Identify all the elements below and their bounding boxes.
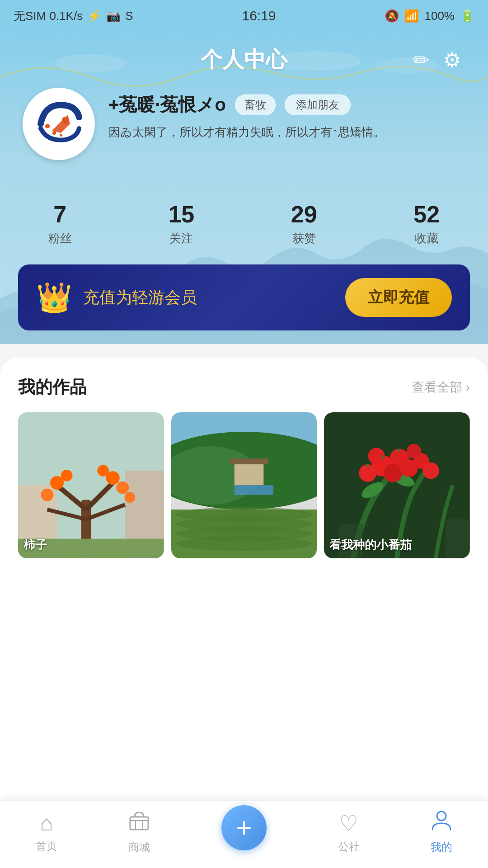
avatar[interactable]: [23, 88, 95, 160]
fans-label: 粉丝: [48, 231, 72, 246]
nav-shop-label: 商城: [128, 840, 150, 854]
svg-point-21: [97, 465, 109, 476]
stat-fans[interactable]: 7 粉丝: [48, 201, 72, 246]
battery-icon: 🔋: [460, 9, 474, 23]
sim-icon: S: [125, 9, 133, 23]
edit-button[interactable]: ✏: [413, 48, 430, 71]
status-time: 16:19: [242, 8, 276, 24]
works-grid: 柿子: [18, 412, 470, 558]
wifi-icon: 📶: [404, 9, 419, 23]
nav-add[interactable]: +: [221, 814, 267, 850]
mine-icon: [431, 810, 452, 836]
works-section-header: 我的作品 查看全部 ›: [18, 376, 470, 399]
svg-point-4: [62, 117, 69, 124]
svg-point-20: [116, 481, 129, 494]
usb-icon: ⚡: [87, 9, 102, 23]
bell-icon: 🔕: [385, 9, 399, 23]
stat-likes[interactable]: 29 获赞: [291, 201, 317, 246]
likes-count: 29: [291, 201, 317, 228]
svg-point-45: [407, 444, 421, 458]
nav-home-label: 首页: [36, 839, 57, 854]
view-all-button[interactable]: 查看全部 ›: [412, 379, 470, 396]
sim-signal: 无SIM 0.1K/s: [14, 8, 83, 24]
crown-icon: 👑: [36, 281, 72, 315]
favorites-label: 收藏: [413, 231, 440, 246]
svg-rect-48: [446, 519, 470, 558]
settings-button[interactable]: ⚙: [443, 48, 461, 71]
status-bar: 无SIM 0.1K/s ⚡ 📷 S 16:19 🔕 📶 100% 🔋: [0, 0, 488, 32]
work-item-field[interactable]: [171, 412, 317, 558]
chevron-right-icon: ›: [466, 380, 470, 395]
works-section-title: 我的作品: [18, 376, 87, 399]
vip-text: 充值为轻游会员: [83, 287, 197, 309]
svg-point-5: [45, 124, 50, 128]
nav-shop[interactable]: 商城: [128, 810, 150, 854]
user-bio: 因ゐ太閑了，所以才有精力失眠，所以才有↑思矯情。: [108, 123, 465, 141]
bottom-navigation: ⌂ 首页 商城 + ♡ 公社 我的: [0, 800, 488, 868]
profile-row: +菟暖·菟恨メo 畜牧 添加朋友 因ゐ太閑了，所以才有精力失眠，所以才有↑思矯情…: [23, 88, 465, 160]
work-item-persimmon[interactable]: 柿子: [18, 412, 164, 558]
home-icon: ⌂: [40, 811, 53, 835]
recharge-button[interactable]: 立即充值: [345, 278, 452, 317]
likes-label: 获赞: [291, 231, 317, 246]
username: +菟暖·菟恨メo: [108, 92, 226, 117]
work-label-tomato: 看我种的小番茄: [329, 537, 412, 553]
view-all-label: 查看全部: [412, 379, 462, 396]
stat-following[interactable]: 15 关注: [168, 201, 194, 246]
stat-favorites[interactable]: 52 收藏: [413, 201, 440, 246]
svg-point-46: [423, 462, 440, 479]
add-friend-button[interactable]: 添加朋友: [285, 94, 351, 115]
profile-section: +菟暖·菟恨メo 畜牧 添加朋友 因ゐ太閑了，所以才有精力失眠，所以才有↑思矯情…: [0, 79, 488, 187]
svg-rect-27: [234, 461, 263, 486]
following-label: 关注: [168, 231, 194, 246]
svg-rect-28: [230, 458, 268, 464]
svg-point-33: [176, 536, 312, 551]
page-title: 个人中心: [201, 45, 287, 74]
shop-icon: [128, 810, 150, 836]
status-right: 🔕 📶 100% 🔋: [385, 9, 474, 23]
add-icon: +: [221, 805, 267, 850]
community-icon: ♡: [339, 811, 358, 836]
svg-point-60: [437, 811, 446, 821]
vip-banner: 👑 充值为轻游会员 立即充值: [18, 264, 470, 330]
nav-home[interactable]: ⌂ 首页: [36, 811, 57, 854]
profile-info: +菟暖·菟恨メo 畜牧 添加朋友 因ゐ太閑了，所以才有精力失眠，所以才有↑思矯情…: [108, 88, 465, 141]
svg-point-22: [125, 492, 136, 503]
svg-point-6: [52, 131, 56, 135]
screen-icon: 📷: [106, 9, 121, 23]
user-tag: 畜牧: [235, 94, 276, 115]
work-item-tomato[interactable]: 看我种的小番茄: [324, 412, 470, 558]
following-count: 15: [168, 201, 194, 228]
svg-rect-34: [234, 485, 273, 495]
svg-point-17: [61, 470, 73, 481]
fans-count: 7: [48, 201, 72, 228]
nav-mine[interactable]: 我的: [431, 810, 452, 854]
battery-label: 100%: [424, 9, 455, 23]
nav-community[interactable]: ♡ 公社: [338, 811, 360, 854]
content-area: 我的作品 查看全部 ›: [0, 358, 488, 810]
status-left: 无SIM 0.1K/s ⚡ 📷 S: [14, 8, 133, 24]
svg-point-7: [60, 134, 62, 137]
favorites-count: 52: [413, 201, 440, 228]
svg-point-18: [41, 489, 54, 501]
stats-row: 7 粉丝 15 关注 29 获赞 52 收藏: [0, 187, 488, 251]
svg-rect-56: [130, 817, 148, 830]
work-label-persimmon: 柿子: [23, 537, 47, 553]
header-top: 个人中心 ✏ ⚙: [0, 32, 488, 79]
svg-point-40: [384, 464, 403, 482]
header-actions: ✏ ⚙: [413, 48, 461, 71]
nav-mine-label: 我的: [431, 840, 452, 854]
header-section: 个人中心 ✏ ⚙: [0, 32, 488, 344]
username-row: +菟暖·菟恨メo 畜牧 添加朋友: [108, 92, 465, 117]
nav-community-label: 公社: [338, 840, 360, 854]
vip-left: 👑 充值为轻游会员: [36, 281, 197, 315]
